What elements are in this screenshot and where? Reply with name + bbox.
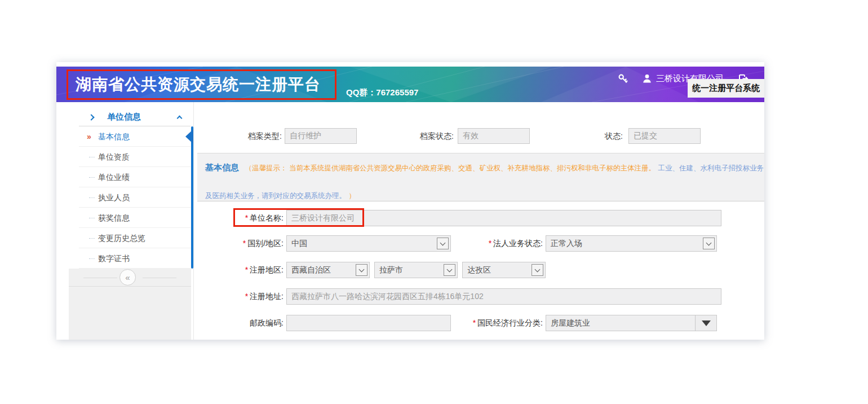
- annotation-box-title: [67, 69, 336, 100]
- sidebar-item-label: 执业人员: [98, 193, 130, 202]
- sidebar-item-unit-performance[interactable]: 单位业绩: [79, 167, 191, 187]
- province-select[interactable]: 西藏自治区: [286, 262, 370, 278]
- sidebar-menu: » 基本信息 单位资质 单位业绩 执业人员 获奖信息 变更历史总览 数字证书: [79, 126, 191, 269]
- legal-status-label: *法人业务状态:: [454, 235, 543, 252]
- required-mark: *: [245, 265, 248, 274]
- sidebar-divider: [193, 102, 194, 340]
- postal-code-label: 邮政编码:: [194, 315, 284, 331]
- divider: [83, 278, 117, 278]
- district-select[interactable]: 达孜区: [462, 262, 546, 278]
- sidebar-item-label: 数字证书: [98, 254, 130, 263]
- sidebar-item-unit-qualification[interactable]: 单位资质: [79, 147, 191, 167]
- required-mark: *: [245, 292, 248, 301]
- sidebar-item-label: 基本信息: [98, 132, 130, 141]
- tab-unified-registration-system[interactable]: 统一注册平台系统: [688, 79, 764, 98]
- chevron-down-icon[interactable]: [437, 238, 449, 249]
- status-field[interactable]: [628, 128, 701, 144]
- basic-info-section-header: 基本信息 （温馨提示： 当前本系统提供湖南省公共资源交易中心的政府采购、交通、矿…: [197, 153, 764, 201]
- legal-status-select[interactable]: 正常入场: [546, 235, 717, 252]
- country-select[interactable]: 中国: [286, 235, 451, 252]
- sidebar-footer: «: [69, 269, 191, 340]
- sidebar-item-label: 单位业绩: [98, 173, 130, 182]
- district-value: 达孜区: [467, 265, 491, 274]
- notice-text-close: ）: [348, 192, 356, 200]
- user-icon: [643, 74, 652, 83]
- province-value: 西藏自治区: [291, 265, 331, 274]
- country-value: 中国: [291, 239, 307, 248]
- sidebar-item-label: 变更历史总览: [98, 234, 145, 243]
- status-label: 状态:: [566, 128, 623, 144]
- sidebar-group-unit-info[interactable]: 单位信息: [79, 108, 191, 126]
- archive-type-label: 档案类型:: [225, 128, 282, 144]
- sidebar-item-digital-certificate[interactable]: 数字证书: [79, 248, 191, 269]
- dropdown-arrow-icon[interactable]: [695, 315, 716, 331]
- required-mark: *: [489, 239, 491, 248]
- divider: [143, 278, 176, 278]
- annotation-box-unit-name: [233, 208, 364, 227]
- sidebar-item-label: 单位资质: [98, 152, 130, 161]
- city-select[interactable]: 拉萨市: [374, 262, 458, 278]
- sidebar-collapse-button[interactable]: «: [119, 269, 136, 286]
- chevron-down-icon[interactable]: [356, 264, 367, 276]
- chevron-down-icon[interactable]: [703, 238, 715, 249]
- legal-status-value: 正常入场: [551, 239, 582, 248]
- archive-type-field[interactable]: [285, 128, 357, 144]
- required-mark: *: [473, 318, 476, 327]
- country-label: *国别/地区:: [194, 235, 284, 252]
- chevron-down-icon[interactable]: [444, 264, 455, 276]
- qq-group-label: QQ群：767265597: [346, 87, 418, 98]
- sidebar-item-label: 获奖信息: [98, 213, 130, 222]
- required-mark: *: [243, 239, 246, 248]
- industry-value: 房屋建筑业: [551, 318, 590, 327]
- reg-region-label: *注册地区:: [194, 262, 284, 278]
- archive-status-label: 档案状态:: [397, 128, 454, 144]
- chevron-up-icon: [177, 116, 183, 121]
- city-value: 拉萨市: [379, 265, 403, 274]
- sidebar-collapse-row: «: [69, 269, 191, 287]
- chevron-down-icon[interactable]: [532, 264, 543, 276]
- page: 湖南省公共资源交易统一注册平台 QQ群：767265597 三桥设计有限公司: [0, 0, 868, 404]
- sidebar-group-label: 单位信息: [107, 112, 141, 122]
- key-icon[interactable]: [618, 73, 628, 84]
- postal-code-field[interactable]: [286, 315, 451, 331]
- industry-select[interactable]: 房屋建筑业: [546, 315, 717, 331]
- active-item-arrow: [185, 129, 193, 144]
- archive-status-field[interactable]: [458, 128, 530, 144]
- industry-label: *国民经济行业分类:: [454, 315, 543, 331]
- notice-text-orange: （温馨提示： 当前本系统提供湖南省公共资源交易中心的政府采购、交通、矿业权、补充…: [245, 164, 655, 172]
- sidebar-item-practitioners[interactable]: 执业人员: [79, 187, 191, 208]
- app-window: 湖南省公共资源交易统一注册平台 QQ群：767265597 三桥设计有限公司: [56, 62, 764, 340]
- section-title: 基本信息: [205, 163, 239, 172]
- reg-address-label: *注册地址:: [194, 288, 284, 305]
- sidebar-item-change-history[interactable]: 变更历史总览: [79, 228, 191, 248]
- sidebar-item-awards[interactable]: 获奖信息: [79, 208, 191, 228]
- chevron-right-icon: [88, 114, 94, 120]
- active-item-marker: »: [87, 126, 91, 147]
- sidebar-item-basic-info[interactable]: » 基本信息: [79, 126, 191, 147]
- reg-address-field[interactable]: [286, 288, 721, 305]
